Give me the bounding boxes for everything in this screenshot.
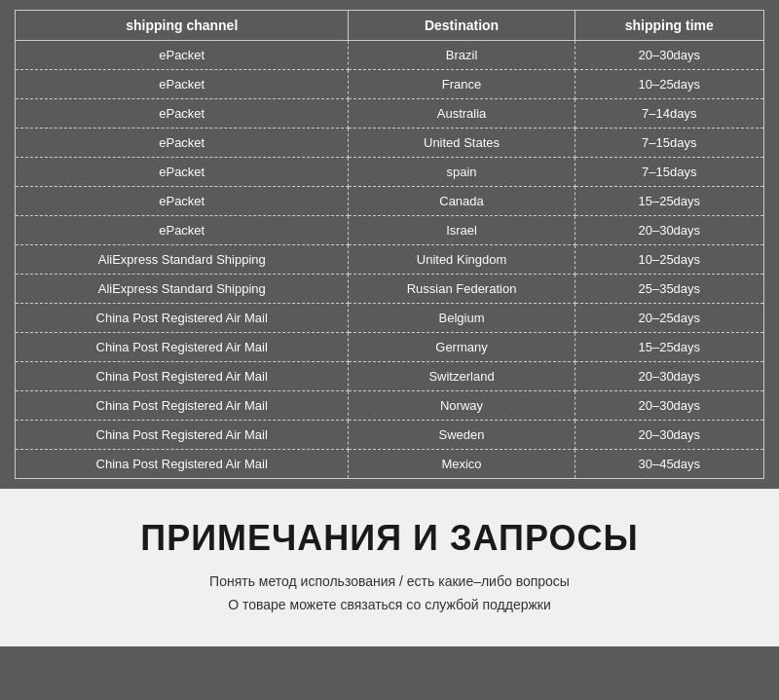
table-row: ePacketspain7–15days bbox=[16, 158, 764, 187]
table-cell-r6-c0: ePacket bbox=[16, 216, 349, 245]
table-cell-r8-c0: AliExpress Standard Shipping bbox=[16, 275, 349, 304]
table-cell-r5-c1: Canada bbox=[349, 187, 575, 216]
col-header-time: shipping time bbox=[575, 11, 763, 41]
table-row: ePacketCanada15–25days bbox=[16, 187, 764, 216]
table-cell-r14-c0: China Post Registered Air Mail bbox=[16, 450, 349, 479]
table-cell-r14-c2: 30–45days bbox=[575, 450, 763, 479]
table-cell-r12-c2: 20–30days bbox=[575, 391, 763, 421]
notes-title: ПРИМЕЧАНИЯ И ЗАПРОСЫ bbox=[19, 518, 760, 559]
table-cell-r10-c0: China Post Registered Air Mail bbox=[16, 333, 349, 362]
table-cell-r7-c0: AliExpress Standard Shipping bbox=[16, 245, 349, 275]
table-cell-r7-c2: 10–25days bbox=[575, 245, 763, 275]
table-row: ePacketUnited States7–15days bbox=[16, 129, 764, 158]
table-cell-r6-c2: 20–30days bbox=[575, 216, 763, 245]
table-cell-r13-c2: 20–30days bbox=[575, 421, 763, 450]
notes-line2: О товаре можете связаться со службой под… bbox=[19, 594, 760, 617]
table-header-row: shipping channel Destination shipping ti… bbox=[16, 11, 764, 41]
table-cell-r5-c2: 15–25days bbox=[575, 187, 763, 216]
table-cell-r4-c2: 7–15days bbox=[575, 158, 763, 187]
table-cell-r8-c1: Russian Federation bbox=[349, 275, 575, 304]
table-cell-r1-c2: 10–25days bbox=[575, 70, 763, 99]
table-row: China Post Registered Air MailSwitzerlan… bbox=[16, 362, 764, 391]
table-cell-r10-c2: 15–25days bbox=[575, 333, 763, 362]
table-cell-r9-c1: Belgium bbox=[349, 304, 575, 333]
table-cell-r2-c2: 7–14days bbox=[575, 99, 763, 129]
table-cell-r13-c0: China Post Registered Air Mail bbox=[16, 421, 349, 450]
table-cell-r5-c0: ePacket bbox=[16, 187, 349, 216]
table-cell-r0-c0: ePacket bbox=[16, 41, 349, 70]
shipping-table-section: shipping channel Destination shipping ti… bbox=[0, 0, 779, 489]
table-row: China Post Registered Air MailGermany15–… bbox=[16, 333, 764, 362]
notes-line1: Понять метод использования / есть какие–… bbox=[19, 571, 760, 594]
shipping-table: shipping channel Destination shipping ti… bbox=[15, 10, 764, 479]
table-cell-r11-c1: Switzerland bbox=[349, 362, 575, 391]
table-cell-r13-c1: Sweden bbox=[349, 421, 575, 450]
table-cell-r10-c1: Germany bbox=[349, 333, 575, 362]
table-row: China Post Registered Air MailMexico30–4… bbox=[16, 450, 764, 479]
table-cell-r4-c0: ePacket bbox=[16, 158, 349, 187]
table-cell-r1-c1: France bbox=[349, 70, 575, 99]
table-cell-r12-c0: China Post Registered Air Mail bbox=[16, 391, 349, 421]
table-cell-r9-c2: 20–25days bbox=[575, 304, 763, 333]
table-row: ePacketBrazil20–30days bbox=[16, 41, 764, 70]
notes-text: Понять метод использования / есть какие–… bbox=[19, 571, 760, 617]
table-cell-r3-c1: United States bbox=[349, 129, 575, 158]
table-row: AliExpress Standard ShippingUnited Kingd… bbox=[16, 245, 764, 275]
table-cell-r11-c2: 20–30days bbox=[575, 362, 763, 391]
table-cell-r14-c1: Mexico bbox=[349, 450, 575, 479]
table-row: China Post Registered Air MailNorway20–3… bbox=[16, 391, 764, 421]
table-cell-r4-c1: spain bbox=[349, 158, 575, 187]
table-cell-r2-c1: Australia bbox=[349, 99, 575, 129]
table-cell-r12-c1: Norway bbox=[349, 391, 575, 421]
table-cell-r6-c1: Israel bbox=[349, 216, 575, 245]
table-row: ePacketAustralia7–14days bbox=[16, 99, 764, 129]
table-cell-r0-c2: 20–30days bbox=[575, 41, 763, 70]
table-cell-r0-c1: Brazil bbox=[349, 41, 575, 70]
notes-section: ПРИМЕЧАНИЯ И ЗАПРОСЫ Понять метод исполь… bbox=[0, 489, 779, 646]
table-row: AliExpress Standard ShippingRussian Fede… bbox=[16, 275, 764, 304]
table-cell-r3-c0: ePacket bbox=[16, 129, 349, 158]
table-row: ePacketIsrael20–30days bbox=[16, 216, 764, 245]
table-row: ePacketFrance10–25days bbox=[16, 70, 764, 99]
table-row: China Post Registered Air MailSweden20–3… bbox=[16, 421, 764, 450]
table-cell-r8-c2: 25–35days bbox=[575, 275, 763, 304]
table-cell-r2-c0: ePacket bbox=[16, 99, 349, 129]
table-cell-r9-c0: China Post Registered Air Mail bbox=[16, 304, 349, 333]
table-cell-r1-c0: ePacket bbox=[16, 70, 349, 99]
col-header-channel: shipping channel bbox=[16, 11, 349, 41]
table-row: China Post Registered Air MailBelgium20–… bbox=[16, 304, 764, 333]
table-cell-r7-c1: United Kingdom bbox=[349, 245, 575, 275]
col-header-destination: Destination bbox=[349, 11, 575, 41]
table-cell-r11-c0: China Post Registered Air Mail bbox=[16, 362, 349, 391]
table-cell-r3-c2: 7–15days bbox=[575, 129, 763, 158]
